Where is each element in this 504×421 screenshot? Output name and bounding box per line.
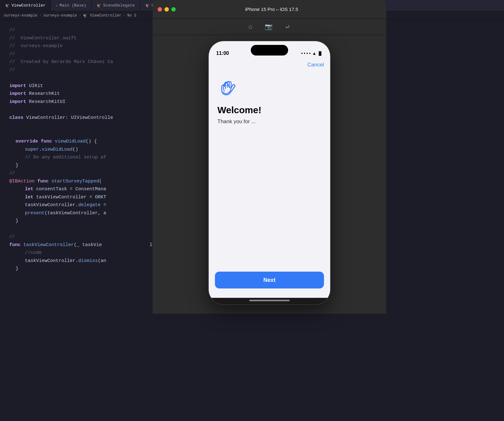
tab-viewcontroller[interactable]: 🦅 ViewController <box>0 0 51 11</box>
swift-icon-2: 🦅 <box>97 3 101 8</box>
battery-icon: ▐▌ <box>317 51 323 56</box>
wifi-icon: ▲ <box>313 51 316 56</box>
screen-header: Cancel <box>209 58 330 68</box>
simulator-body: 11:00 •••• ▲ ▐▌ Cancel <box>153 35 386 314</box>
welcome-title: Welcome! <box>217 105 321 115</box>
xmark-icon: ✕ <box>56 4 58 7</box>
phone-bezel: 11:00 •••• ▲ ▐▌ Cancel <box>209 41 330 304</box>
status-icons: •••• ▲ ▐▌ <box>301 51 323 56</box>
signal-icon: •••• <box>301 51 311 56</box>
status-time: 11:00 <box>216 51 229 56</box>
dynamic-island <box>251 45 288 56</box>
phone-screen: Cancel <box>209 58 330 298</box>
tab-main[interactable]: ✕ Main (Base) <box>51 0 92 11</box>
simulator-toolbar: ⌂ 📷 ⤾ <box>153 19 386 35</box>
close-button[interactable] <box>158 7 162 12</box>
screenshot-icon[interactable]: 📷 <box>265 23 273 31</box>
screen-footer: Next <box>209 272 330 298</box>
screen-content: Welcome! Thank you for ... <box>209 68 330 272</box>
simulator-title: iPhone 15 Pro – iOS 17.5 <box>162 7 381 12</box>
next-button[interactable]: Next <box>215 272 324 288</box>
cancel-button[interactable]: Cancel <box>307 62 324 68</box>
rotate-icon[interactable]: ⤾ <box>285 23 290 31</box>
home-indicator <box>249 300 290 301</box>
simulator-titlebar: iPhone 15 Pro – iOS 17.5 <box>153 0 386 19</box>
home-icon[interactable]: ⌂ <box>249 23 252 30</box>
tab-scenedelegate[interactable]: 🦅 SceneDelegate <box>92 0 140 11</box>
swift-icon: 🦅 <box>5 3 10 8</box>
wave-icon <box>217 77 240 100</box>
welcome-subtitle: Thank you for ... <box>217 119 321 125</box>
swift-icon-3: 🦅 <box>145 3 150 8</box>
simulator-window: iPhone 15 Pro – iOS 17.5 ⌂ 📷 ⤾ 11:00 •••… <box>153 0 386 314</box>
